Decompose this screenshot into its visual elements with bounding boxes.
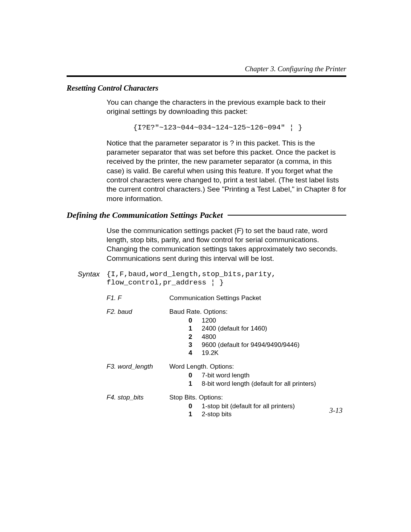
option-row: 18-bit word length (default for all prin…: [169, 380, 316, 388]
options-table: 07-bit word length18-bit word length (de…: [169, 371, 316, 388]
option-key: 1: [169, 324, 202, 332]
field-label: F1. F: [107, 294, 169, 302]
options-table: 0120012400 (default for 1460)2480039600 …: [169, 316, 299, 357]
option-key: 0: [169, 371, 202, 379]
field-row: F4. stop_bitsStop Bits. Options:01-stop …: [67, 394, 346, 419]
field-row: F1. FCommunication Settings Packet: [67, 294, 346, 302]
option-row: 01-stop bit (default for all printers): [169, 402, 295, 410]
option-key: 4: [169, 349, 202, 357]
option-row: 24800: [169, 333, 299, 341]
options-table: 01-stop bit (default for all printers)12…: [169, 402, 295, 419]
header-rule: [67, 75, 346, 77]
field-row: F3. word_lengthWord Length. Options:07-b…: [67, 363, 346, 388]
section-defining-comm-settings: Defining the Communication Settings Pack…: [67, 210, 346, 220]
field-label: F3. word_length: [107, 363, 169, 371]
option-key: 0: [169, 316, 202, 324]
option-value: 7-bit word length: [202, 371, 250, 379]
field-desc-wrap: Communication Settings Packet: [169, 294, 261, 302]
chapter-header: Chapter 3. Configuring the Printer: [67, 65, 346, 73]
field-desc-wrap: Baud Rate. Options:0120012400 (default f…: [169, 308, 299, 357]
option-key: 1: [169, 380, 202, 388]
page-number: 3-13: [329, 406, 342, 415]
option-value: 2400 (default for 1460): [202, 324, 267, 332]
option-value: 8-bit word length (default for all print…: [202, 380, 316, 388]
option-value: 2-stop bits: [202, 410, 231, 418]
field-desc-wrap: Stop Bits. Options:01-stop bit (default …: [169, 394, 295, 419]
paragraph-comm-intro: Use the communication settings packet (F…: [107, 226, 346, 263]
option-row: 419.2K: [169, 349, 299, 357]
syntax-code: {I,F,baud,word_length,stop_bits,parity, …: [107, 270, 276, 287]
option-value: 1200: [202, 316, 216, 324]
section-rule: [228, 215, 346, 216]
field-desc: Communication Settings Packet: [169, 294, 261, 302]
option-key: 0: [169, 402, 202, 410]
section-title: Defining the Communication Settings Pack…: [67, 210, 223, 220]
option-key: 2: [169, 333, 202, 341]
field-desc: Word Length. Options:: [169, 363, 316, 371]
option-row: 12-stop bits: [169, 410, 295, 418]
code-packet-reset: {I?E?"~123~044~034~124~125~126~094" ¦ }: [107, 123, 346, 132]
option-row: 01200: [169, 316, 299, 324]
syntax-label: Syntax: [67, 270, 107, 278]
field-row: F2. baudBaud Rate. Options:0120012400 (d…: [67, 308, 346, 357]
option-row: 39600 (default for 9494/9490/9446): [169, 341, 299, 349]
option-row: 12400 (default for 1460): [169, 324, 299, 332]
field-desc: Baud Rate. Options:: [169, 308, 299, 316]
paragraph-intro: You can change the characters in the pre…: [107, 98, 346, 117]
option-key: 1: [169, 410, 202, 418]
field-label: F2. baud: [107, 308, 169, 316]
option-value: 1-stop bit (default for all printers): [202, 402, 295, 410]
field-label: F4. stop_bits: [107, 394, 169, 401]
syntax-row: Syntax {I,F,baud,word_length,stop_bits,p…: [67, 270, 346, 287]
paragraph-explain: Notice that the parameter separator is ?…: [107, 139, 346, 203]
option-key: 3: [169, 341, 202, 349]
option-value: 4800: [202, 333, 216, 341]
option-value: 9600 (default for 9494/9490/9446): [202, 341, 299, 349]
option-row: 07-bit word length: [169, 371, 316, 379]
field-desc: Stop Bits. Options:: [169, 394, 295, 401]
subheading-resetting: Resetting Control Characters: [67, 84, 346, 93]
option-value: 19.2K: [202, 349, 218, 357]
field-desc-wrap: Word Length. Options:07-bit word length1…: [169, 363, 316, 388]
